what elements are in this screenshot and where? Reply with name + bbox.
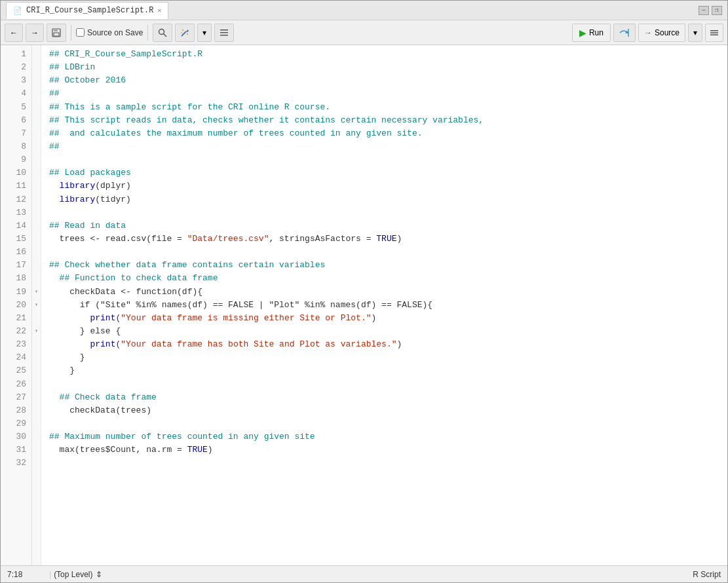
svg-rect-16	[710, 32, 718, 33]
menu-button[interactable]	[705, 24, 723, 42]
code-token: checkData <- function(df){	[49, 286, 202, 299]
source-arrow-icon: →	[644, 28, 652, 37]
forward-button[interactable]: →	[26, 24, 44, 42]
code-line: library(tidyr)	[49, 193, 727, 206]
status-bar: 7:18 | (Top Level) ⇕ R Script	[1, 565, 727, 582]
svg-marker-6	[186, 29, 189, 32]
code-line: print("Your data frame has both Site and…	[49, 338, 727, 351]
line-number: 7	[6, 127, 26, 140]
save-button[interactable]	[47, 24, 66, 42]
line-number: 4	[6, 87, 26, 100]
code-token: tidyr	[100, 193, 126, 206]
source-on-save-checkbox[interactable]	[76, 28, 85, 37]
source-button[interactable]: → Source	[638, 24, 685, 42]
code-line: ## Function to check data frame	[49, 272, 727, 285]
line-number: 17	[6, 259, 26, 272]
line-number: 3	[6, 74, 26, 87]
code-token: ## This script reads in data, checks whe…	[49, 114, 484, 127]
code-line: ##	[49, 140, 727, 153]
fold-marker	[32, 74, 41, 87]
next-button[interactable]	[613, 24, 636, 42]
line-number: 11	[6, 179, 26, 193]
code-line: ## This script reads in data, checks whe…	[49, 114, 727, 127]
code-token: ## October 2016	[49, 74, 126, 87]
fold-marker	[32, 233, 41, 246]
tab-title: CRI_R_Course_SampleScript.R	[26, 6, 153, 15]
svg-rect-15	[710, 30, 718, 31]
fold-marker	[32, 179, 41, 193]
fold-marker	[32, 378, 41, 391]
fold-marker	[32, 206, 41, 219]
fold-marker	[32, 364, 41, 377]
fold-column: ▾▾▾	[32, 45, 41, 565]
code-line: max(trees$Count, na.rm = TRUE)	[49, 443, 727, 457]
line-number: 23	[6, 338, 26, 351]
line-number: 30	[6, 430, 26, 443]
fold-marker	[32, 101, 41, 114]
code-token: max(trees$Count, na.rm =	[49, 443, 187, 457]
code-token: (	[115, 312, 121, 325]
editor-tab[interactable]: 📄 CRI_R_Course_SampleScript.R ✕	[6, 2, 168, 19]
editor-area: 1234567891011121314151617181920212223242…	[1, 45, 727, 565]
line-number: 13	[6, 206, 26, 219]
magic-wand-button[interactable]	[175, 24, 195, 42]
fold-marker	[32, 338, 41, 351]
restore-button[interactable]: ❐	[712, 6, 722, 15]
code-line: trees <- read.csv(file = "Data/trees.csv…	[49, 233, 727, 246]
code-token: ## Read in data	[49, 219, 126, 233]
code-token: "Your data frame has both Site and Plot …	[121, 338, 396, 351]
code-token: )	[397, 233, 402, 246]
fold-marker	[32, 443, 41, 457]
fold-marker	[32, 246, 41, 259]
line-number: 12	[6, 193, 26, 206]
svg-rect-1	[54, 29, 58, 31]
code-content[interactable]: ## CRI_R_Course_SampleScript.R## LDBrin#…	[41, 45, 727, 565]
source-dropdown[interactable]: ▾	[688, 24, 702, 42]
line-number: 2	[6, 61, 26, 74]
code-line: ## October 2016	[49, 74, 727, 87]
fold-marker	[32, 312, 41, 325]
code-token: (	[95, 179, 100, 193]
svg-point-3	[159, 29, 164, 34]
svg-rect-10	[220, 29, 228, 31]
line-number: 29	[6, 417, 26, 430]
code-token: "Your data frame is missing either Site …	[121, 312, 371, 325]
line-number: 8	[6, 140, 26, 153]
r-file-icon: 📄	[13, 7, 22, 15]
source-on-save-label[interactable]: Source on Save	[76, 28, 143, 37]
fold-marker	[32, 457, 41, 470]
tab-close-button[interactable]: ✕	[157, 7, 161, 14]
minimize-button[interactable]: ─	[699, 6, 709, 15]
code-token: , stringsAsFactors =	[269, 233, 376, 246]
svg-line-4	[164, 33, 167, 37]
fold-marker[interactable]: ▾	[32, 286, 41, 299]
magic-wand-icon	[180, 28, 189, 37]
format-button[interactable]	[214, 24, 234, 42]
dropdown-arrow[interactable]: ▾	[197, 24, 212, 42]
line-number: 31	[6, 443, 26, 457]
code-token: ## LDBrin	[49, 61, 95, 74]
svg-point-7	[182, 29, 183, 31]
code-token: dplyr	[100, 179, 126, 193]
fold-marker[interactable]: ▾	[32, 299, 41, 312]
code-token: print	[90, 338, 115, 351]
code-token	[49, 179, 60, 193]
code-token	[49, 312, 90, 325]
line-number: 20	[6, 299, 26, 312]
code-line: }	[49, 351, 727, 364]
back-button[interactable]: ←	[5, 24, 23, 42]
line-number: 6	[6, 114, 26, 127]
fold-marker[interactable]: ▾	[32, 325, 41, 338]
search-button[interactable]	[153, 24, 172, 42]
line-number: 22	[6, 325, 26, 338]
code-token: ## Function to check data frame	[49, 272, 218, 285]
code-line: ## This is a sample script for the CRI o…	[49, 101, 727, 114]
code-token: ##	[49, 87, 60, 100]
code-line: ##	[49, 87, 727, 100]
code-token: )	[397, 338, 402, 351]
code-token: }	[49, 364, 75, 377]
fold-marker	[32, 87, 41, 100]
svg-rect-17	[710, 34, 718, 35]
code-token: ## This is a sample script for the CRI o…	[49, 101, 330, 114]
run-button[interactable]: ▶ Run	[572, 24, 611, 42]
